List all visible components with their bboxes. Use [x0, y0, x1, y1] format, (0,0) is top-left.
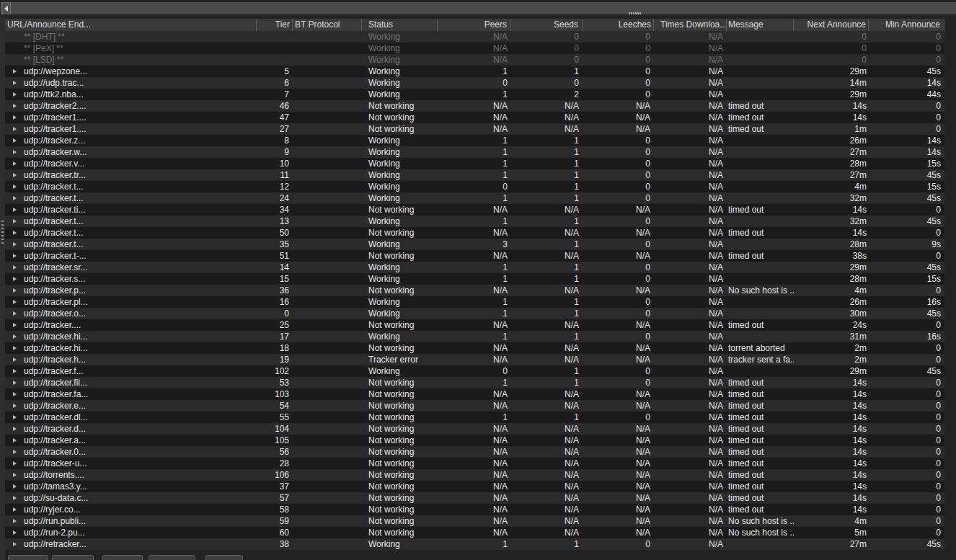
horizontal-scrollbar[interactable] [1, 2, 956, 14]
bottom-tab-button-3[interactable] [102, 555, 143, 560]
tracker-row[interactable]: udp://tracker1.... 47 Not working N/A N/… [5, 112, 944, 123]
tracker-row[interactable]: udp://su-data.c... 57 Not working N/A N/… [5, 492, 944, 504]
expand-arrow-icon[interactable] [13, 519, 17, 523]
tracker-row[interactable]: ** [PeX] ** Working N/A 0 0 N/A 0 0 [5, 43, 944, 54]
expand-arrow-icon[interactable] [13, 507, 17, 512]
expand-arrow-icon[interactable] [13, 300, 17, 304]
expand-arrow-icon[interactable] [13, 496, 17, 500]
expand-arrow-icon[interactable] [13, 242, 17, 246]
tracker-row[interactable]: udp://tracker.pl... 16 Working 1 1 0 N/A… [5, 296, 944, 308]
column-header-seeds[interactable]: Seeds [511, 19, 583, 31]
column-header-next-announce[interactable]: Next Announce [794, 19, 869, 31]
expand-arrow-icon[interactable] [13, 484, 17, 489]
tracker-row[interactable]: udp://tracker.hi... 17 Working 1 1 0 N/A… [5, 331, 944, 342]
bottom-tab-button-2[interactable] [52, 555, 94, 560]
column-header-peers[interactable]: Peers [438, 19, 511, 31]
tracker-row[interactable]: udp://ryjer.co... 58 Not working N/A N/A… [5, 504, 944, 515]
tracker-row[interactable]: udp://tracker.d... 104 Not working N/A N… [5, 423, 944, 435]
tracker-row[interactable]: udp://tracker.t... 12 Working 0 1 0 N/A … [5, 181, 944, 192]
tracker-row[interactable]: udp://tracker.a... 105 Not working N/A N… [5, 435, 944, 446]
tracker-row[interactable]: udp://tracker.o... 0 Working 1 1 0 N/A 3… [5, 308, 944, 319]
scroll-left-button[interactable] [1, 2, 11, 14]
tracker-row[interactable]: udp://wepzone... 5 Working 1 1 0 N/A 29m… [5, 66, 944, 77]
expand-arrow-icon[interactable] [13, 161, 17, 166]
expand-arrow-icon[interactable] [13, 150, 17, 154]
horizontal-splitter-handle[interactable] [629, 12, 641, 14]
tracker-row[interactable]: udp://tracker.... 25 Not working N/A N/A… [5, 319, 944, 331]
vertical-splitter-handle[interactable] [1, 221, 4, 244]
tracker-row[interactable]: udp://tracker.fa... 103 Not working N/A … [5, 388, 944, 400]
bottom-tab-button-4[interactable] [149, 555, 195, 560]
tracker-row[interactable]: ** [DHT] ** Working N/A 0 0 N/A 0 0 [5, 31, 944, 43]
tracker-row[interactable]: udp://tracker.v... 10 Working 1 1 0 N/A … [5, 158, 944, 169]
horizontal-scrollbar-track[interactable] [11, 2, 956, 14]
expand-arrow-icon[interactable] [13, 323, 17, 327]
tracker-row[interactable]: udp://run-2.pu... 60 Not working N/A N/A… [5, 527, 944, 538]
expand-arrow-icon[interactable] [13, 346, 17, 350]
expand-arrow-icon[interactable] [13, 173, 17, 177]
tracker-row[interactable]: udp://tracker-u... 28 Not working N/A N/… [5, 458, 944, 469]
expand-arrow-icon[interactable] [13, 81, 17, 85]
expand-arrow-icon[interactable] [13, 127, 17, 131]
expand-arrow-icon[interactable] [13, 104, 17, 108]
expand-arrow-icon[interactable] [13, 461, 17, 466]
tracker-row[interactable]: udp://tracker2.... 46 Not working N/A N/… [5, 100, 944, 112]
expand-arrow-icon[interactable] [13, 392, 17, 396]
tracker-row[interactable]: udp://tracker.t-... 51 Not working N/A N… [5, 250, 944, 262]
tracker-row[interactable]: udp://tracker.ti... 34 Not working N/A N… [5, 204, 944, 215]
tracker-row[interactable]: udp://tracker.w... 9 Working 1 1 0 N/A 2… [5, 146, 944, 158]
tracker-row[interactable]: udp://tracker.sr... 14 Working 1 1 0 N/A… [5, 262, 944, 273]
expand-arrow-icon[interactable] [13, 334, 17, 339]
expand-arrow-icon[interactable] [13, 381, 17, 385]
expand-arrow-icon[interactable] [13, 277, 17, 281]
expand-arrow-icon[interactable] [13, 138, 17, 143]
tracker-row[interactable]: udp://udp.trac... 6 Working 0 0 0 N/A 14… [5, 77, 944, 89]
tracker-row[interactable]: udp://tracker.hi... 18 Not working N/A N… [5, 342, 944, 354]
bottom-tab-button-5[interactable] [205, 555, 243, 560]
tracker-row[interactable]: udp://tracker.0... 56 Not working N/A N/… [5, 446, 944, 458]
tracker-row[interactable]: udp://tracker.t... 35 Working 3 1 0 N/A … [5, 239, 944, 250]
tracker-row[interactable]: udp://tracker1.... 27 Not working N/A N/… [5, 123, 944, 135]
tracker-row[interactable]: ** [LSD] ** Working N/A 0 0 N/A 0 0 [5, 54, 944, 66]
expand-arrow-icon[interactable] [13, 311, 17, 316]
expand-arrow-icon[interactable] [13, 438, 17, 443]
expand-arrow-icon[interactable] [13, 542, 17, 546]
column-header-status[interactable]: Status [362, 19, 438, 31]
expand-arrow-icon[interactable] [13, 219, 17, 223]
expand-arrow-icon[interactable] [13, 265, 17, 270]
tracker-row[interactable]: udp://retracker... 38 Working 1 1 0 N/A … [5, 538, 944, 550]
column-header-bt-protocol[interactable]: BT Protocol [293, 19, 362, 31]
expand-arrow-icon[interactable] [13, 427, 17, 431]
tracker-row[interactable]: udp://tamas3.y... 37 Not working N/A N/A… [5, 481, 944, 492]
expand-arrow-icon[interactable] [13, 450, 17, 454]
expand-arrow-icon[interactable] [13, 415, 17, 419]
column-header-url[interactable]: URL/Announce End... [5, 19, 257, 31]
tracker-row[interactable]: udp://tracker.p... 36 Not working N/A N/… [5, 285, 944, 296]
tracker-row[interactable]: udp://torrents.... 106 Not working N/A N… [5, 469, 944, 481]
column-header-min-announce[interactable]: Min Announce [869, 19, 944, 31]
expand-arrow-icon[interactable] [13, 196, 17, 200]
tracker-row[interactable]: udp://tracker.f... 102 Working 0 1 0 N/A… [5, 365, 944, 377]
expand-arrow-icon[interactable] [13, 208, 17, 212]
column-header-leeches[interactable]: Leeches [583, 19, 654, 31]
expand-arrow-icon[interactable] [13, 231, 17, 235]
expand-arrow-icon[interactable] [13, 530, 17, 535]
column-header-times-downloaded[interactable]: Times Downloa... [654, 19, 727, 31]
tracker-row[interactable]: udp://tracker.s... 15 Working 1 1 0 N/A … [5, 273, 944, 285]
expand-arrow-icon[interactable] [13, 115, 17, 120]
expand-arrow-icon[interactable] [13, 92, 17, 97]
tracker-row[interactable]: udp://tracker.h... 19 Tracker error N/A … [5, 354, 944, 365]
tracker-row[interactable]: udp://tracker.z... 8 Working 1 1 0 N/A 2… [5, 135, 944, 146]
tracker-row[interactable]: udp://tracker.t... 24 Working 1 1 0 N/A … [5, 192, 944, 204]
expand-arrow-icon[interactable] [13, 69, 17, 74]
tracker-row[interactable]: udp://tracker.t... 50 Not working N/A N/… [5, 227, 944, 239]
expand-arrow-icon[interactable] [13, 404, 17, 408]
tracker-row[interactable]: udp://tracker.e... 54 Not working N/A N/… [5, 400, 944, 412]
expand-arrow-icon[interactable] [13, 288, 17, 293]
tracker-row[interactable]: udp://tracker.dl... 55 Not working 1 1 0… [5, 412, 944, 423]
tracker-row[interactable]: udp://tracker.tr... 11 Working 1 1 0 N/A… [5, 169, 944, 181]
expand-arrow-icon[interactable] [13, 357, 17, 362]
tracker-row[interactable]: udp://tracker.fil... 53 Not working 1 1 … [5, 377, 944, 388]
tracker-row[interactable]: udp://tracker.t... 13 Working 1 1 0 N/A … [5, 215, 944, 227]
bottom-tab-button-1[interactable] [8, 555, 48, 560]
